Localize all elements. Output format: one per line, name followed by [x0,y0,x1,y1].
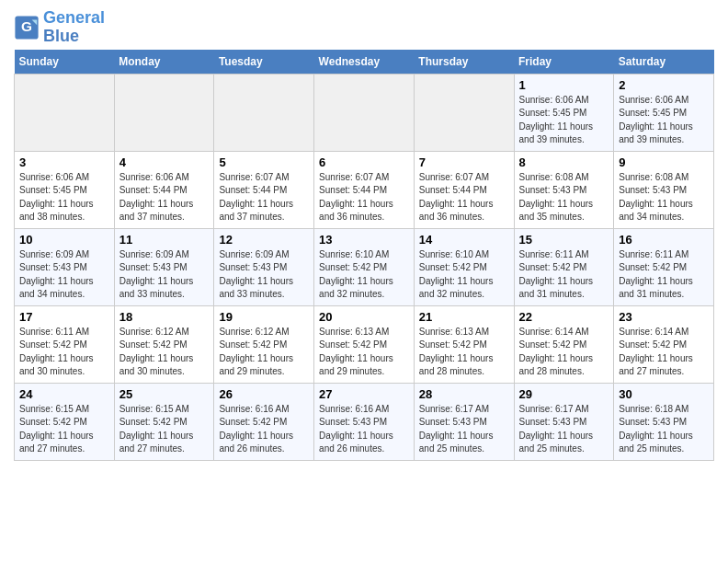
calendar-week-row: 1Sunrise: 6:06 AM Sunset: 5:45 PM Daylig… [15,74,714,151]
calendar-cell: 6Sunrise: 6:07 AM Sunset: 5:44 PM Daylig… [314,151,415,228]
calendar-cell [314,74,415,151]
calendar-week-row: 10Sunrise: 6:09 AM Sunset: 5:43 PM Dayli… [15,228,714,305]
day-info: Sunrise: 6:07 AM Sunset: 5:44 PM Dayligh… [219,171,309,224]
day-info: Sunrise: 6:13 AM Sunset: 5:42 PM Dayligh… [419,326,509,379]
calendar-cell: 1Sunrise: 6:06 AM Sunset: 5:45 PM Daylig… [514,74,614,151]
calendar-cell: 22Sunrise: 6:14 AM Sunset: 5:42 PM Dayli… [514,305,614,383]
day-info: Sunrise: 6:11 AM Sunset: 5:42 PM Dayligh… [519,248,609,302]
calendar-cell: 20Sunrise: 6:13 AM Sunset: 5:42 PM Dayli… [314,305,415,383]
calendar-table: SundayMondayTuesdayWednesdayThursdayFrid… [14,50,714,461]
calendar-cell [114,74,214,151]
day-info: Sunrise: 6:17 AM Sunset: 5:43 PM Dayligh… [419,403,509,456]
weekday-header-thursday: Thursday [414,50,514,75]
calendar-cell: 18Sunrise: 6:12 AM Sunset: 5:42 PM Dayli… [114,305,214,383]
day-number: 30 [619,387,709,401]
day-number: 12 [219,233,309,247]
day-number: 28 [419,387,509,401]
calendar-cell: 21Sunrise: 6:13 AM Sunset: 5:42 PM Dayli… [414,305,514,383]
day-number: 2 [619,78,709,92]
day-info: Sunrise: 6:09 AM Sunset: 5:43 PM Dayligh… [219,248,309,302]
calendar-week-row: 17Sunrise: 6:11 AM Sunset: 5:42 PM Dayli… [15,305,714,383]
day-number: 16 [619,233,709,247]
day-info: Sunrise: 6:09 AM Sunset: 5:43 PM Dayligh… [119,248,210,302]
weekday-header-wednesday: Wednesday [314,50,415,75]
weekday-header-sunday: Sunday [15,50,115,75]
day-info: Sunrise: 6:08 AM Sunset: 5:43 PM Dayligh… [519,171,609,224]
calendar-cell: 16Sunrise: 6:11 AM Sunset: 5:42 PM Dayli… [614,228,714,305]
day-info: Sunrise: 6:06 AM Sunset: 5:45 PM Dayligh… [519,94,609,147]
day-info: Sunrise: 6:10 AM Sunset: 5:42 PM Dayligh… [319,248,409,302]
calendar-cell [15,74,115,151]
weekday-header-saturday: Saturday [614,50,714,75]
calendar-cell [214,74,314,151]
calendar-cell: 19Sunrise: 6:12 AM Sunset: 5:42 PM Dayli… [214,305,314,383]
day-info: Sunrise: 6:11 AM Sunset: 5:42 PM Dayligh… [619,248,709,302]
day-info: Sunrise: 6:06 AM Sunset: 5:45 PM Dayligh… [619,94,709,147]
weekday-header-friday: Friday [514,50,614,75]
day-info: Sunrise: 6:08 AM Sunset: 5:43 PM Dayligh… [619,171,709,224]
calendar-cell: 27Sunrise: 6:16 AM Sunset: 5:43 PM Dayli… [314,383,415,460]
day-info: Sunrise: 6:07 AM Sunset: 5:44 PM Dayligh… [419,171,509,224]
calendar-cell: 12Sunrise: 6:09 AM Sunset: 5:43 PM Dayli… [214,228,314,305]
calendar-cell: 5Sunrise: 6:07 AM Sunset: 5:44 PM Daylig… [214,151,314,228]
day-info: Sunrise: 6:17 AM Sunset: 5:43 PM Dayligh… [519,403,609,456]
calendar-cell: 25Sunrise: 6:15 AM Sunset: 5:42 PM Dayli… [114,383,214,460]
day-number: 19 [219,310,309,324]
day-info: Sunrise: 6:14 AM Sunset: 5:42 PM Dayligh… [519,326,609,379]
day-number: 14 [419,233,509,247]
day-info: Sunrise: 6:16 AM Sunset: 5:43 PM Dayligh… [319,403,409,456]
calendar-cell: 26Sunrise: 6:16 AM Sunset: 5:42 PM Dayli… [214,383,314,460]
day-info: Sunrise: 6:14 AM Sunset: 5:42 PM Dayligh… [619,326,709,379]
weekday-header-monday: Monday [114,50,214,75]
calendar-cell: 15Sunrise: 6:11 AM Sunset: 5:42 PM Dayli… [514,228,614,305]
day-number: 10 [19,233,109,247]
calendar-cell: 13Sunrise: 6:10 AM Sunset: 5:42 PM Dayli… [314,228,415,305]
calendar-cell: 11Sunrise: 6:09 AM Sunset: 5:43 PM Dayli… [114,228,214,305]
day-number: 17 [19,310,109,324]
day-number: 25 [119,387,210,401]
day-info: Sunrise: 6:11 AM Sunset: 5:42 PM Dayligh… [19,326,109,379]
day-number: 21 [419,310,509,324]
weekday-header-row: SundayMondayTuesdayWednesdayThursdayFrid… [15,50,714,75]
calendar-week-row: 3Sunrise: 6:06 AM Sunset: 5:45 PM Daylig… [15,151,714,228]
day-number: 4 [119,155,210,169]
day-info: Sunrise: 6:09 AM Sunset: 5:43 PM Dayligh… [19,248,109,302]
day-number: 24 [19,387,109,401]
day-info: Sunrise: 6:13 AM Sunset: 5:42 PM Dayligh… [319,326,409,379]
calendar-cell: 8Sunrise: 6:08 AM Sunset: 5:43 PM Daylig… [514,151,614,228]
day-number: 18 [119,310,210,324]
weekday-header-tuesday: Tuesday [214,50,314,75]
day-number: 15 [519,233,609,247]
calendar-week-row: 24Sunrise: 6:15 AM Sunset: 5:42 PM Dayli… [15,383,714,460]
calendar-cell [414,74,514,151]
calendar-cell: 3Sunrise: 6:06 AM Sunset: 5:45 PM Daylig… [15,151,115,228]
logo: G General Blue [14,9,105,46]
day-number: 3 [19,155,109,169]
calendar-cell: 24Sunrise: 6:15 AM Sunset: 5:42 PM Dayli… [15,383,115,460]
day-number: 11 [119,233,210,247]
day-info: Sunrise: 6:15 AM Sunset: 5:42 PM Dayligh… [19,403,109,456]
calendar-cell: 10Sunrise: 6:09 AM Sunset: 5:43 PM Dayli… [15,228,115,305]
calendar-cell: 14Sunrise: 6:10 AM Sunset: 5:42 PM Dayli… [414,228,514,305]
calendar-cell: 7Sunrise: 6:07 AM Sunset: 5:44 PM Daylig… [414,151,514,228]
day-info: Sunrise: 6:10 AM Sunset: 5:42 PM Dayligh… [419,248,509,302]
day-number: 1 [519,78,609,92]
logo-icon: G [14,15,40,40]
day-number: 29 [519,387,609,401]
day-number: 5 [219,155,309,169]
calendar-cell: 17Sunrise: 6:11 AM Sunset: 5:42 PM Dayli… [15,305,115,383]
day-number: 9 [619,155,709,169]
calendar-cell: 9Sunrise: 6:08 AM Sunset: 5:43 PM Daylig… [614,151,714,228]
svg-text:G: G [21,18,32,34]
day-number: 8 [519,155,609,169]
calendar-cell: 30Sunrise: 6:18 AM Sunset: 5:43 PM Dayli… [614,383,714,460]
day-number: 26 [219,387,309,401]
day-number: 23 [619,310,709,324]
calendar-cell: 2Sunrise: 6:06 AM Sunset: 5:45 PM Daylig… [614,74,714,151]
day-number: 20 [319,310,409,324]
day-info: Sunrise: 6:06 AM Sunset: 5:45 PM Dayligh… [19,171,109,224]
calendar-cell: 23Sunrise: 6:14 AM Sunset: 5:42 PM Dayli… [614,305,714,383]
day-info: Sunrise: 6:07 AM Sunset: 5:44 PM Dayligh… [319,171,409,224]
calendar-cell: 29Sunrise: 6:17 AM Sunset: 5:43 PM Dayli… [514,383,614,460]
calendar-cell: 4Sunrise: 6:06 AM Sunset: 5:44 PM Daylig… [114,151,214,228]
